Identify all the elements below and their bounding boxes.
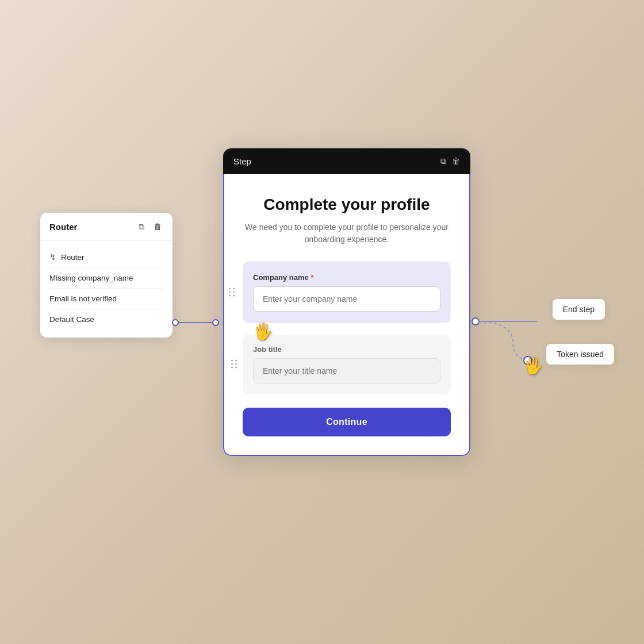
step-card: Step ⧉ 🗑 Complete your profile We need y…	[223, 148, 470, 456]
connector-dot-right	[212, 319, 219, 326]
job-title-section: Job title	[243, 335, 451, 394]
profile-subtitle: We need you to complete your profile to …	[243, 221, 451, 246]
drag-handle-company	[227, 286, 237, 299]
router-card-header: Router ⧉ 🗑	[40, 213, 172, 241]
router-item-router[interactable]: ↯ Router	[49, 247, 163, 268]
step-delete-icon[interactable]: 🗑	[452, 156, 460, 166]
company-form-section: Company name *	[243, 262, 451, 323]
hand-cursor-1: 🖐	[253, 322, 273, 341]
end-step-label: End step	[563, 305, 595, 314]
drag-handle-job	[229, 358, 240, 371]
router-item-email[interactable]: Email is not verified	[49, 289, 163, 309]
step-header-icons: ⧉ 🗑	[440, 156, 460, 166]
company-label: Company name *	[253, 273, 440, 282]
router-item-default[interactable]: Default Case	[49, 309, 163, 329]
router-missing-company-label: Missing company_name	[49, 274, 133, 282]
router-card: Router ⧉ 🗑 ↯ Router Missing company_name…	[40, 213, 172, 338]
step-header-title: Step	[233, 156, 251, 166]
delete-icon[interactable]: 🗑	[152, 221, 163, 232]
job-title-label: Job title	[253, 345, 440, 354]
router-card-body: ↯ Router Missing company_name Email is n…	[40, 241, 172, 338]
route-icon: ↯	[49, 252, 56, 262]
router-item-missing-company[interactable]: Missing company_name	[49, 268, 163, 289]
router-email-label: Email is not verified	[49, 294, 117, 303]
profile-heading: Complete your profile	[243, 195, 451, 214]
router-title: Router	[49, 222, 77, 232]
step-card-header: Step ⧉ 🗑	[223, 148, 470, 174]
end-step-node[interactable]: End step	[553, 299, 605, 320]
step-copy-icon[interactable]: ⧉	[440, 156, 446, 166]
required-star: *	[309, 273, 314, 282]
company-name-input[interactable]	[253, 286, 440, 312]
router-item-label: Router	[61, 253, 85, 262]
copy-icon[interactable]: ⧉	[136, 221, 147, 232]
router-header-icons: ⧉ 🗑	[136, 221, 163, 232]
token-issued-node[interactable]: Token issued	[546, 344, 614, 365]
job-title-input[interactable]	[253, 358, 440, 384]
continue-button[interactable]: Continue	[243, 408, 451, 436]
connector-dot-left	[172, 319, 179, 326]
token-issued-label: Token issued	[557, 350, 604, 359]
left-connector-line	[172, 322, 218, 323]
router-default-label: Default Case	[49, 315, 94, 324]
step-card-body: Complete your profile We need you to com…	[223, 174, 470, 456]
hand-cursor-2: 🖐	[523, 356, 543, 375]
